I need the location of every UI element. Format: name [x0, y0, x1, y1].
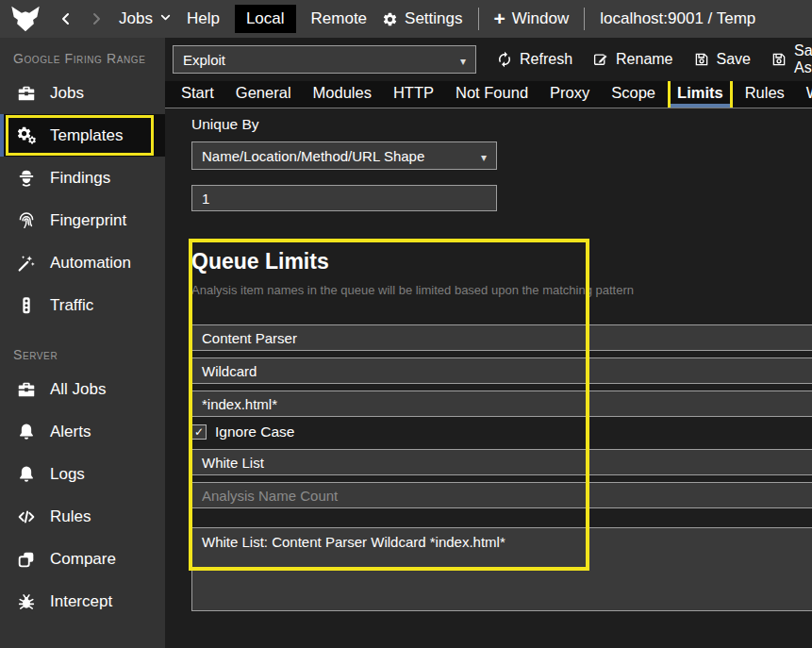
- sidebar-item-jobs[interactable]: Jobs: [0, 72, 165, 114]
- save-label: Save: [717, 51, 751, 68]
- refresh-button[interactable]: Refresh: [496, 51, 572, 68]
- list-mode-select-value: White List: [202, 455, 264, 471]
- unique-count-input[interactable]: [191, 185, 497, 211]
- unique-by-select[interactable]: Name/Location/Method/URL Shape: [191, 141, 497, 170]
- save-as-label: Save As: [794, 42, 812, 76]
- queue-limits-title: Queue Limits: [191, 249, 812, 274]
- limit-entries-listbox[interactable]: White List: Content Parser Wildcard *ind…: [191, 527, 812, 611]
- refresh-label: Refresh: [520, 51, 572, 68]
- sidebar-item-label: Compare: [50, 550, 116, 569]
- pattern-input[interactable]: [191, 390, 812, 417]
- list-item[interactable]: White List: Content Parser Wildcard *ind…: [202, 534, 805, 550]
- sidebar-section-title: Server: [0, 334, 165, 368]
- chevron-down-icon: [159, 9, 172, 28]
- compare-icon: [15, 548, 38, 571]
- sidebar: Google Firing Range Jobs Templates Findi…: [0, 38, 165, 648]
- nav-back-button[interactable]: [58, 11, 74, 26]
- sidebar-item-findings[interactable]: Findings: [0, 157, 165, 199]
- sidebar-item-intercept[interactable]: Intercept: [0, 580, 165, 623]
- sidebar-item-logs[interactable]: Logs: [0, 453, 165, 495]
- save-button[interactable]: Save: [693, 51, 751, 68]
- menu-help[interactable]: Help: [187, 9, 220, 28]
- dropdown-caret-icon: [453, 52, 466, 68]
- save-as-button[interactable]: Save As: [771, 42, 812, 76]
- bell-icon: [15, 463, 38, 486]
- sidebar-item-label: Templates: [50, 126, 123, 145]
- rename-icon: [592, 51, 609, 68]
- list-mode-select[interactable]: White List: [191, 449, 812, 475]
- analysis-name-count-input[interactable]: [191, 482, 812, 508]
- sidebar-item-alerts[interactable]: Alerts: [0, 410, 165, 453]
- template-tabs: Start General Modules HTTP Not Found Pro…: [165, 81, 812, 108]
- briefcase-icon: [15, 378, 38, 401]
- code-icon: [15, 506, 38, 528]
- menu-settings-label: Settings: [405, 9, 462, 28]
- match-mode-select[interactable]: Wildcard: [191, 357, 812, 384]
- fingerprint-icon: [15, 209, 38, 232]
- tab-modules[interactable]: Modules: [307, 81, 378, 108]
- mode-local-button[interactable]: Local: [235, 5, 296, 33]
- briefcase-icon: [15, 82, 38, 105]
- app-logo-wolf-icon: [8, 5, 43, 33]
- tab-workflow[interactable]: Workflow: [800, 81, 812, 108]
- ignore-case-checkbox[interactable]: [191, 424, 207, 440]
- tab-limits[interactable]: Limits: [671, 81, 730, 108]
- sidebar-section-title: Google Firing Range: [0, 38, 165, 72]
- sidebar-item-compare[interactable]: Compare: [0, 538, 165, 580]
- tab-start[interactable]: Start: [174, 81, 221, 108]
- menu-jobs[interactable]: Jobs: [119, 9, 172, 28]
- refresh-icon: [496, 51, 513, 68]
- match-mode-select-value: Wildcard: [202, 363, 257, 379]
- bug-icon: [15, 590, 38, 613]
- sidebar-item-automation[interactable]: Automation: [0, 241, 165, 284]
- sidebar-item-label: All Jobs: [50, 380, 107, 399]
- template-select[interactable]: Exploit: [173, 45, 476, 74]
- spy-icon: [15, 167, 38, 190]
- tab-general[interactable]: General: [229, 81, 298, 108]
- new-window-button[interactable]: Window: [494, 8, 570, 30]
- rename-button[interactable]: Rename: [592, 51, 672, 68]
- parser-select-value: Content Parser: [202, 330, 297, 346]
- sidebar-item-fingerprint[interactable]: Fingerprint: [0, 199, 165, 241]
- limits-tab-content: Unique By Name/Location/Method/URL Shape…: [165, 108, 812, 648]
- unique-by-label: Unique By: [191, 116, 812, 133]
- menu-settings[interactable]: Settings: [382, 9, 462, 28]
- sidebar-item-label: Traffic: [50, 296, 93, 315]
- sidebar-item-label: Jobs: [50, 84, 84, 103]
- tab-scope[interactable]: Scope: [605, 81, 662, 108]
- mode-remote-button[interactable]: Remote: [311, 9, 368, 28]
- spacer: [191, 170, 812, 185]
- plus-icon: [494, 8, 505, 30]
- dropdown-caret-icon: [473, 148, 487, 164]
- bell-icon: [15, 421, 38, 443]
- sidebar-item-rules[interactable]: Rules: [0, 495, 165, 538]
- parser-select[interactable]: Content Parser: [191, 324, 812, 351]
- rename-label: Rename: [616, 51, 672, 68]
- sidebar-item-templates[interactable]: Templates: [0, 114, 165, 157]
- breadcrumb-host[interactable]: localhost:9001 / Temp: [600, 9, 755, 28]
- tab-rules[interactable]: Rules: [738, 81, 791, 108]
- menu-jobs-label: Jobs: [119, 9, 153, 28]
- queue-limits-description: Analysis item names in the queue will be…: [191, 283, 812, 297]
- sidebar-item-all-jobs[interactable]: All Jobs: [0, 368, 165, 410]
- new-window-label: Window: [512, 9, 569, 28]
- nav-forward-button[interactable]: [89, 11, 104, 26]
- sidebar-item-label: Logs: [50, 465, 85, 484]
- sidebar-item-traffic[interactable]: Traffic: [0, 284, 165, 326]
- ignore-case-label: Ignore Case: [215, 424, 294, 440]
- sidebar-item-label: Rules: [50, 507, 91, 526]
- traffic-light-icon: [15, 294, 38, 317]
- tab-http[interactable]: HTTP: [387, 81, 440, 108]
- sidebar-item-label: Alerts: [50, 423, 91, 441]
- gears-icon: [15, 125, 38, 147]
- ignore-case-row[interactable]: Ignore Case: [191, 424, 812, 440]
- tab-not-found[interactable]: Not Found: [449, 81, 535, 108]
- magic-wand-icon: [15, 252, 38, 274]
- tab-proxy[interactable]: Proxy: [543, 81, 596, 108]
- menubar-divider: [584, 8, 585, 30]
- unique-by-select-value: Name/Location/Method/URL Shape: [202, 148, 424, 164]
- queue-limits-section: Queue Limits Analysis item names in the …: [191, 249, 812, 611]
- save-icon: [771, 51, 787, 68]
- menubar-divider: [478, 8, 479, 30]
- sidebar-item-label: Automation: [50, 254, 131, 273]
